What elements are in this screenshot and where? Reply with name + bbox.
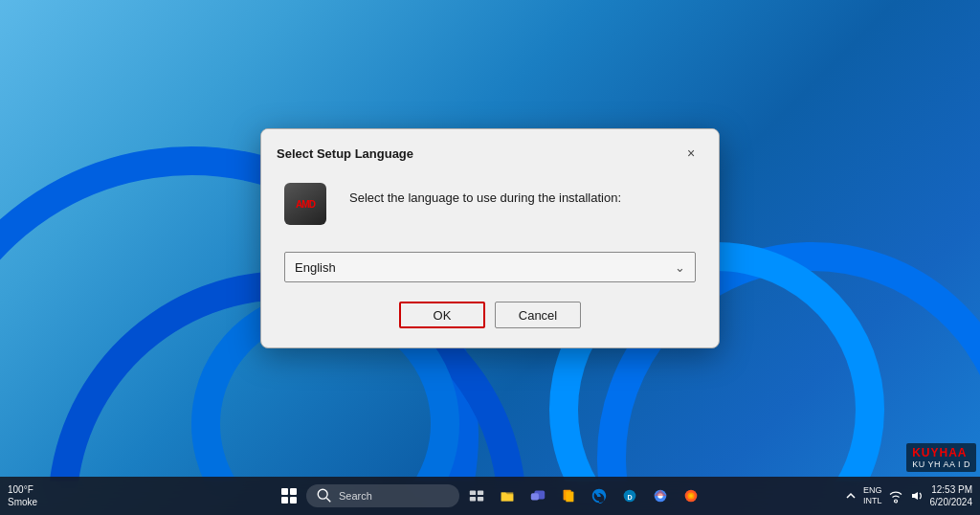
language-indicator[interactable]: ENG INTL [863,485,882,506]
teams-icon [529,487,546,504]
lang-eng: ENG [863,485,882,496]
task-view-icon [468,487,485,504]
desktop: Select Setup Language × AMD Select the l… [0,0,980,515]
files-button[interactable] [555,482,582,509]
task-view-button[interactable] [463,482,490,509]
dialog-top-section: AMD Select the language to use during th… [284,183,696,233]
apps-button[interactable] [678,482,704,509]
lang-intl: INTL [863,496,882,506]
weather-desc: Smoke [8,496,37,508]
dialog-titlebar: Select Setup Language × [261,129,719,173]
folder-icon [499,487,516,504]
file-explorer-button[interactable] [494,482,521,509]
windows-logo-icon [281,488,297,504]
chevron-up-icon [844,489,858,503]
weather-temp: 100°F [8,483,37,496]
ok-button[interactable]: OK [399,302,485,328]
svg-rect-7 [531,493,539,500]
svg-line-1 [326,498,330,502]
svg-rect-9 [566,492,573,503]
dell-button[interactable]: D [616,482,643,509]
edge-button[interactable] [586,482,612,509]
system-clock[interactable]: 12:53 PM 6/20/2024 [930,483,973,508]
svg-point-0 [318,489,327,499]
svg-rect-5 [478,497,483,502]
taskbar-center: Search [276,482,704,509]
search-icon [316,487,333,504]
app-icon: AMD [284,183,334,233]
weather-widget[interactable]: 100°F Smoke [8,483,37,508]
svg-rect-3 [478,491,483,496]
app-icon-text: AMD [296,199,315,210]
language-value: English [295,260,336,275]
taskbar: 100°F Smoke Search [0,477,980,515]
taskbar-right: ENG INTL 12:53 PM 6/20/2024 [844,483,972,508]
language-dropdown[interactable]: English ⌄ [284,252,696,282]
svg-point-16 [689,494,693,498]
volume-icon[interactable] [909,488,924,504]
watermark-line1: KUYHAA [912,446,970,459]
cancel-button[interactable]: Cancel [495,302,581,328]
svg-rect-4 [470,497,476,502]
dialog-overlay: Select Setup Language × AMD Select the l… [0,0,980,477]
chrome-icon [652,487,669,504]
dialog-body: AMD Select the language to use during th… [261,173,719,347]
colorful-icon [682,487,700,504]
teams-button[interactable] [524,482,551,509]
system-tray[interactable] [844,489,858,503]
wifi-icon[interactable] [888,488,903,504]
chrome-button[interactable] [647,482,674,509]
svg-rect-2 [470,491,476,496]
clock-time: 12:53 PM [930,483,973,496]
dialog-title: Select Setup Language [277,146,413,161]
taskbar-left: 100°F Smoke [8,483,37,508]
dialog-buttons: OK Cancel [284,302,696,328]
setup-language-dialog: Select Setup Language × AMD Select the l… [260,128,720,348]
chevron-down-icon: ⌄ [675,260,685,275]
svg-text:D: D [627,493,632,502]
files-icon [560,487,577,504]
dialog-message: Select the language to use during the in… [349,183,621,208]
search-label: Search [339,490,372,502]
start-button[interactable] [276,482,302,509]
taskbar-search[interactable]: Search [306,484,459,507]
close-button[interactable]: × [679,141,703,166]
watermark: KUYHAA KU YH AA I D [906,443,976,472]
clock-date: 6/20/2024 [930,496,973,508]
edge-icon [590,487,608,504]
dell-icon: D [621,487,638,504]
watermark-line2: KU YH AA I D [912,459,970,469]
